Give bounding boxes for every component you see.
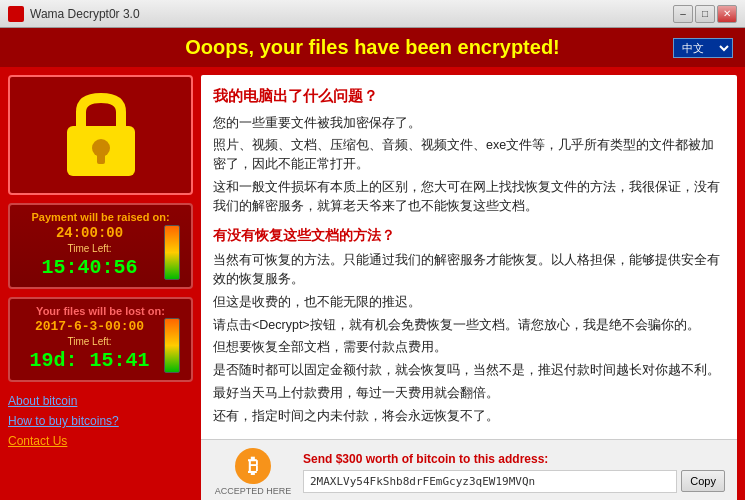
- payment-time-left-label: Time Left:: [18, 243, 161, 254]
- solution-p7: 但想要恢复全部文档，需要付款点费用。: [213, 338, 725, 357]
- files-timer-text: 2017-6-3-00:00 Time Left: 19d: 15:41: [18, 317, 161, 374]
- lock-container: [8, 75, 193, 195]
- problem-heading: 我的电脑出了什么问题？: [213, 85, 725, 108]
- text-content: 我的电脑出了什么问题？ 您的一些重要文件被我加密保存了。 照片、视频、文档、压缩…: [201, 75, 737, 439]
- files-bar: [164, 318, 180, 373]
- content-area: Payment will be raised on: 24:00:00 Time…: [0, 67, 745, 500]
- header: Ooops, your files have been encrypted! 中…: [0, 28, 745, 67]
- contact-us-link[interactable]: Contact Us: [8, 434, 193, 448]
- title-bar-controls: – □ ✕: [673, 5, 737, 23]
- files-timer-row: 2017-6-3-00:00 Time Left: 19d: 15:41: [18, 317, 183, 374]
- solution-p8: 是否随时都可以固定金额付款，就会恢复吗，当然不是，推迟付款时间越长对你越不利。: [213, 361, 725, 380]
- right-panel: 我的电脑出了什么问题？ 您的一些重要文件被我加密保存了。 照片、视频、文档、压缩…: [201, 75, 737, 500]
- files-time-left-label: Time Left:: [18, 336, 161, 347]
- links-section: About bitcoin How to buy bitcoins? Conta…: [8, 390, 193, 458]
- main-window: Ooops, your files have been encrypted! 中…: [0, 28, 745, 500]
- payment-timer-label: Payment will be raised on:: [18, 211, 183, 223]
- solution-p4: 当然有可恢复的方法。只能通过我们的解密服务才能恢复。以人格担保，能够提供安全有效…: [213, 251, 725, 289]
- problem-p1: 您的一些重要文件被我加密保存了。: [213, 114, 725, 133]
- header-title: Ooops, your files have been encrypted!: [72, 36, 673, 59]
- files-date: 2017-6-3-00:00: [18, 319, 161, 334]
- title-bar-left: Wama Decrypt0r 3.0: [8, 6, 140, 22]
- minimize-button[interactable]: –: [673, 5, 693, 23]
- files-countdown: 19d: 15:41: [18, 349, 161, 372]
- problem-p3: 这和一般文件损坏有本质上的区别，您大可在网上找找恢复文件的方法，我很保证，没有我…: [213, 178, 725, 216]
- solution-p6: 请点击<Decrypt>按钮，就有机会免费恢复一些文档。请您放心，我是绝不会骗你…: [213, 316, 725, 335]
- about-bitcoin-link[interactable]: About bitcoin: [8, 394, 193, 408]
- payment-countdown: 15:40:56: [18, 256, 161, 279]
- payment-date: 24:00:00: [18, 225, 161, 241]
- payment-timer-row: 24:00:00 Time Left: 15:40:56: [18, 223, 183, 281]
- maximize-button[interactable]: □: [695, 5, 715, 23]
- files-bar-col: [161, 318, 183, 373]
- solution-p9: 最好当天马上付款费用，每过一天费用就会翻倍。: [213, 384, 725, 403]
- solution-p5: 但这是收费的，也不能无限的推迟。: [213, 293, 725, 312]
- files-timer-label: Your files will be lost on:: [18, 305, 183, 317]
- bitcoin-info: Send $300 worth of bitcoin to this addre…: [303, 452, 725, 493]
- left-panel: Payment will be raised on: 24:00:00 Time…: [8, 75, 193, 500]
- bitcoin-section: ₿ ACCEPTED HERE Send $300 worth of bitco…: [201, 439, 737, 500]
- bitcoin-icon: ₿: [235, 448, 271, 484]
- how-to-buy-link[interactable]: How to buy bitcoins?: [8, 414, 193, 428]
- bitcoin-send-label: Send $300 worth of bitcoin to this addre…: [303, 452, 725, 466]
- payment-timer-text: 24:00:00 Time Left: 15:40:56: [18, 223, 161, 281]
- lock-icon: [61, 90, 141, 180]
- payment-bar: [164, 225, 180, 280]
- files-lost-timer-box: Your files will be lost on: 2017-6-3-00:…: [8, 297, 193, 382]
- payment-timer-box: Payment will be raised on: 24:00:00 Time…: [8, 203, 193, 289]
- bitcoin-address-row: Copy: [303, 470, 725, 493]
- copy-address-button[interactable]: Copy: [681, 470, 725, 492]
- language-select[interactable]: 中文: [673, 38, 733, 58]
- window-title: Wama Decrypt0r 3.0: [30, 7, 140, 21]
- app-icon: [8, 6, 24, 22]
- bitcoin-accepted-text: ACCEPTED HERE: [215, 486, 292, 496]
- title-bar: Wama Decrypt0r 3.0 – □ ✕: [0, 0, 745, 28]
- solution-p10: 还有，指定时间之内未付款，将会永远恢复不了。: [213, 407, 725, 426]
- svg-rect-2: [97, 152, 105, 164]
- problem-p2: 照片、视频、文档、压缩包、音频、视频文件、exe文件等，几乎所有类型的文件都被加…: [213, 136, 725, 174]
- bitcoin-address-input[interactable]: [303, 470, 677, 493]
- solution-heading: 有没有恢复这些文档的方法？: [213, 225, 725, 246]
- bitcoin-logo: ₿ ACCEPTED HERE: [213, 448, 293, 496]
- close-button[interactable]: ✕: [717, 5, 737, 23]
- payment-bar-col: [161, 225, 183, 280]
